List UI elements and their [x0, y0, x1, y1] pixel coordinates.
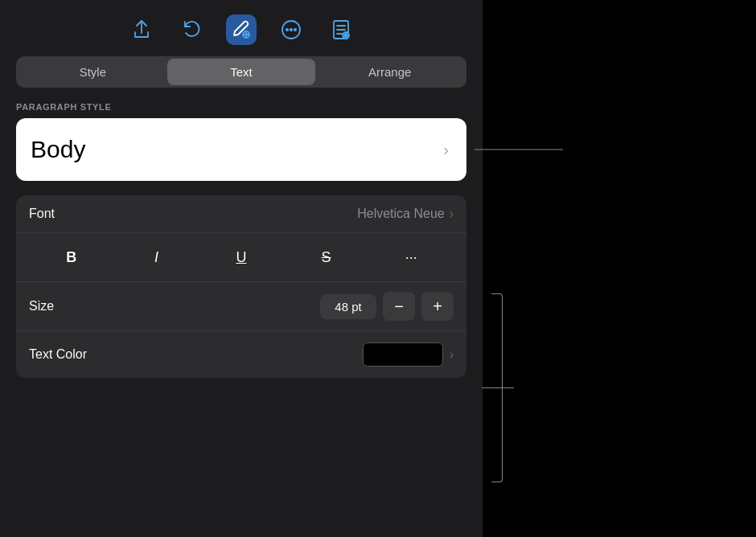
color-row[interactable]: Text Color ›: [16, 331, 466, 378]
tab-style[interactable]: Style: [18, 59, 167, 85]
paragraph-style-label: PARAGRAPH STYLE: [16, 102, 466, 112]
annotate-icon[interactable]: [226, 14, 257, 45]
svg-point-5: [290, 29, 292, 31]
svg-point-6: [294, 29, 296, 31]
color-chevron-icon: ›: [450, 347, 454, 362]
underline-button[interactable]: U: [227, 243, 256, 272]
more-icon[interactable]: [276, 14, 306, 45]
italic-button[interactable]: I: [142, 243, 171, 272]
more-format-button[interactable]: ···: [396, 243, 425, 272]
color-swatch: [363, 342, 443, 367]
format-row: B I U S ···: [16, 233, 466, 282]
undo-icon[interactable]: [176, 14, 207, 45]
size-increase-button[interactable]: +: [421, 292, 454, 321]
size-row: Size 48 pt − +: [16, 282, 466, 331]
svg-point-12: [344, 34, 347, 37]
font-value: Helvetica Neue ›: [357, 207, 454, 221]
bold-button[interactable]: B: [57, 243, 86, 272]
font-name: Helvetica Neue: [357, 207, 445, 221]
size-controls: 48 pt − +: [320, 292, 454, 321]
font-chevron-icon: ›: [450, 207, 454, 221]
color-value: ›: [363, 342, 454, 367]
bracket-line: [482, 387, 514, 388]
svg-point-4: [286, 29, 288, 31]
text-color-label: Text Color: [29, 347, 87, 362]
tab-arrange[interactable]: Arrange: [315, 59, 464, 85]
size-value: 48 pt: [320, 294, 376, 319]
toolbar: [0, 0, 483, 56]
callout-annotation: [475, 150, 563, 150]
paragraph-chevron-icon: ›: [443, 141, 449, 159]
sidebar: Style Text Arrange PARAGRAPH STYLE Body …: [0, 0, 483, 537]
font-panel: Font Helvetica Neue › B I U S ··· Size 4…: [16, 195, 466, 378]
font-label: Font: [29, 207, 55, 221]
size-label: Size: [29, 299, 54, 314]
font-row[interactable]: Font Helvetica Neue ›: [16, 195, 466, 233]
size-decrease-button[interactable]: −: [383, 292, 415, 321]
share-icon[interactable]: [126, 14, 157, 45]
tab-bar: Style Text Arrange: [16, 56, 466, 88]
strikethrough-button[interactable]: S: [312, 243, 341, 272]
paragraph-style-value: Body: [31, 136, 85, 163]
paragraph-style-selector[interactable]: Body ›: [16, 118, 466, 181]
tab-text[interactable]: Text: [167, 59, 316, 85]
document-icon[interactable]: [326, 14, 356, 45]
